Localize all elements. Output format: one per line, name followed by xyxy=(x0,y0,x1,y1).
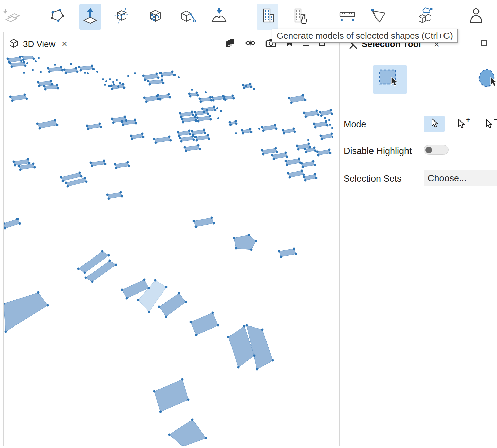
drop-to-terrain-button[interactable] xyxy=(209,4,230,30)
rectangle-select-button[interactable] xyxy=(373,65,407,94)
main-toolbar xyxy=(0,0,497,32)
selection-sets-value: Choose... xyxy=(428,173,467,184)
cursor-minus-icon xyxy=(484,118,494,130)
city-environment-icon xyxy=(415,6,435,28)
cursor-icon xyxy=(429,118,439,130)
measure-area-button[interactable] xyxy=(368,4,389,30)
mode-remove-button[interactable]: − xyxy=(479,116,497,132)
selection-sets-dropdown[interactable]: Choose... xyxy=(424,170,497,186)
measure-distance-button[interactable] xyxy=(336,4,358,30)
header-divider xyxy=(81,56,333,56)
disable-highlight-toggle[interactable] xyxy=(424,145,449,155)
user-icon xyxy=(466,6,486,28)
lasso-select-icon xyxy=(478,69,497,91)
mode-add-glyph: + xyxy=(466,116,470,123)
edit-model-icon xyxy=(177,6,197,28)
slice-model-icon xyxy=(112,6,132,28)
lasso-select-button[interactable] xyxy=(477,69,497,91)
measure-distance-icon xyxy=(337,6,357,28)
panel-divider xyxy=(344,105,497,105)
generate-models-button[interactable] xyxy=(257,4,278,30)
draw-polygon-icon xyxy=(47,6,67,28)
3d-view-panel: 3D View × xyxy=(3,32,333,446)
disable-highlight-label: Disable Highlight xyxy=(344,146,412,157)
viewports-icon[interactable] xyxy=(225,38,235,48)
texture-model-button[interactable] xyxy=(145,4,166,30)
tab-close-icon[interactable]: × xyxy=(62,39,67,49)
edit-model-button[interactable] xyxy=(176,4,198,30)
tab-3d-view[interactable]: 3D View × xyxy=(4,32,81,56)
draw-polygon-button[interactable] xyxy=(46,4,68,30)
import-layers-button[interactable] xyxy=(1,4,23,30)
drop-to-terrain-icon xyxy=(209,6,229,28)
tooltip-text: Generate models of selected shapes (Ctrl… xyxy=(277,31,453,41)
rectangle-select-icon xyxy=(378,68,402,91)
tooltip: Generate models of selected shapes (Ctrl… xyxy=(272,29,458,43)
texture-model-icon xyxy=(145,6,166,28)
extrude-shape-button[interactable] xyxy=(79,4,101,30)
scene-canvas[interactable] xyxy=(4,32,333,446)
visibility-eye-icon[interactable] xyxy=(245,38,256,48)
measure-area-icon xyxy=(368,6,389,28)
extrude-shape-icon xyxy=(80,6,100,28)
city-environment-button[interactable] xyxy=(414,4,435,30)
selection-sets-label: Selection Sets xyxy=(344,174,402,184)
cursor-plus-icon xyxy=(457,118,467,130)
toggle-knob xyxy=(425,147,432,153)
generate-models-pick-button[interactable] xyxy=(289,4,310,30)
mode-remove-glyph: − xyxy=(494,116,497,123)
import-layers-icon xyxy=(2,6,22,28)
mode-label: Mode xyxy=(344,119,366,130)
generate-models-icon xyxy=(257,6,278,28)
mode-replace-button[interactable] xyxy=(424,116,445,132)
panel-maximize-icon[interactable] xyxy=(481,40,487,46)
generate-models-pick-icon xyxy=(289,6,310,28)
tab-3d-view-label: 3D View xyxy=(23,39,55,49)
mode-add-button[interactable]: + xyxy=(451,116,472,132)
selection-tool-panel: Selection Tool × Mode xyxy=(339,32,497,446)
user-account-button[interactable] xyxy=(465,4,487,30)
cube-icon xyxy=(9,38,19,50)
slice-model-button[interactable] xyxy=(111,4,133,30)
